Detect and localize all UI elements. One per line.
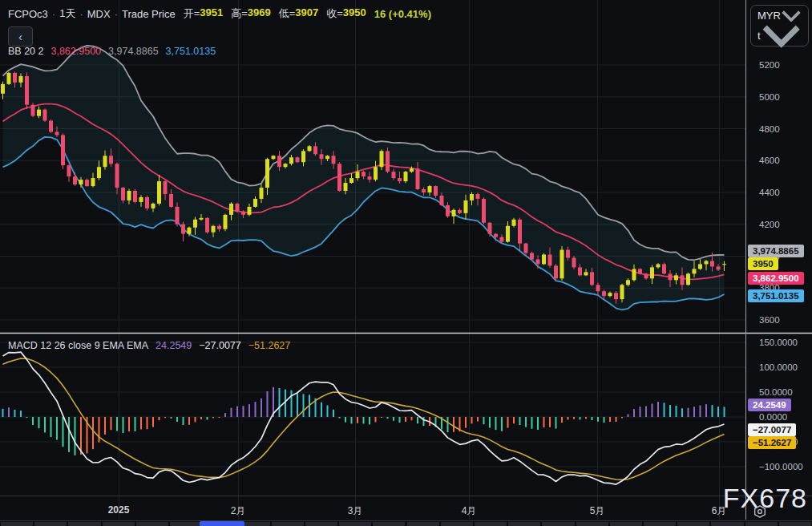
chevron-down-icon — [781, 10, 802, 22]
scrollbar-segment[interactable] — [441, 522, 473, 526]
indicator-value: −27.0077 — [199, 340, 240, 351]
indicator-value: 3,751.0135 — [166, 46, 216, 57]
change-value: 16 (+0.41%) — [374, 8, 431, 20]
back-button[interactable]: ‹ — [8, 26, 33, 47]
ohlc-low: 低=3907 — [279, 6, 319, 21]
macd-tick: 150.0000 — [759, 338, 798, 347]
symbol-name[interactable]: FCPOc3 — [8, 8, 48, 20]
bb-values: 3,862.95003,974.88653,751.0135 — [50, 46, 216, 57]
scrollbar-segment[interactable] — [779, 522, 811, 526]
exchange: MDX — [87, 8, 111, 20]
last-price-label: 3950 — [748, 257, 778, 270]
time-label: 4月 — [462, 504, 477, 518]
macd-tick: 0.0000 — [759, 412, 787, 422]
scrollbar-segment[interactable] — [136, 522, 168, 526]
scrollbar-segment[interactable] — [644, 522, 676, 526]
indicator-value: 24.2549 — [156, 340, 192, 351]
scrollbar-segment[interactable] — [711, 522, 743, 526]
currency-value: MYR — [757, 10, 781, 22]
series-type: Trade Price — [122, 8, 176, 20]
bb-label: BB 20 2 — [8, 46, 43, 57]
scrollbar-segment[interactable] — [170, 522, 202, 526]
chevron-down-icon — [761, 23, 802, 48]
macd-line-label: −27.0077 — [748, 423, 796, 436]
separator: · — [115, 8, 118, 20]
scrollbar-segment[interactable] — [68, 522, 100, 526]
interval[interactable]: 1天 — [59, 6, 75, 21]
macd-label: MACD 12 26 close 9 EMA EMA — [8, 340, 148, 351]
time-label: 3月 — [348, 504, 363, 518]
scrollbar-segment[interactable] — [475, 522, 507, 526]
trading-chart-app: FCPOc3 · 1天 · MDX · Trade Price 开=3951高=… — [0, 0, 812, 526]
macd-values: 24.2549−27.0077−51.2627 — [156, 340, 290, 351]
bb-lower-label: 3,751.0135 — [748, 289, 804, 302]
indicator-value: 3,862.9500 — [50, 46, 101, 57]
gear-icon[interactable] — [753, 504, 767, 519]
ohlc-close: 收=3950 — [326, 6, 366, 21]
chart-canvas[interactable] — [0, 0, 812, 526]
scrollbar-segment[interactable] — [34, 522, 67, 526]
chevron-left-icon: ‹ — [18, 30, 22, 42]
scrollbar-segment[interactable] — [542, 522, 574, 526]
price-tick: 5200 — [759, 60, 780, 70]
price-tick: 4200 — [759, 220, 780, 229]
macd-tick: 50.0000 — [759, 387, 793, 397]
scrollbar-segment[interactable] — [576, 522, 608, 526]
scrollbar-segment[interactable] — [339, 522, 371, 526]
bb-upper-label: 3,974.8865 — [748, 245, 804, 257]
ohlc-high: 高=3969 — [231, 6, 271, 21]
macd-plot — [2, 352, 725, 484]
scrollbar-segment[interactable] — [305, 522, 337, 526]
macd-signal-label: −51.2627 — [748, 436, 796, 449]
bb-basis-label: 3,862.9500 — [748, 272, 804, 285]
ohlc-values: 开=3951高=3969低=3907收=3950 — [176, 6, 366, 21]
scrollbar-segment[interactable] — [407, 522, 439, 526]
scrollbar-segment[interactable] — [610, 522, 642, 526]
scrollbar-segment[interactable] — [745, 522, 778, 526]
ohlc-open: 开=3951 — [184, 6, 224, 21]
scrollbar-segment[interactable] — [373, 522, 405, 526]
scrollbar-segment[interactable] — [677, 522, 709, 526]
time-label: 5月 — [590, 504, 605, 518]
separator: · — [79, 8, 83, 20]
price-tick: 5000 — [759, 92, 780, 102]
price-tick: 4800 — [759, 124, 780, 134]
indicator-value: −51.2627 — [248, 340, 290, 351]
indicator-value: 3,974.8865 — [108, 46, 159, 57]
time-label: 2月 — [231, 504, 246, 518]
separator: · — [52, 8, 55, 20]
scrollbar-thumb[interactable] — [200, 521, 244, 526]
time-label: 2025 — [108, 504, 130, 516]
scrollbar-segment[interactable] — [508, 522, 540, 526]
macd-tick: 100.0000 — [759, 362, 798, 372]
symbol-header: FCPOc3 · 1天 · MDX · Trade Price 开=3951高=… — [8, 6, 431, 21]
scrollbar-segment[interactable] — [103, 522, 135, 526]
scrollbar-segment[interactable] — [272, 522, 304, 526]
macd-indicator-row[interactable]: MACD 12 26 close 9 EMA EMA 24.2549−27.00… — [8, 340, 290, 351]
unit-select[interactable]: t — [751, 26, 808, 46]
unit-selector-box: MYR t — [750, 5, 809, 47]
macd-tick: −100.0000 — [759, 462, 803, 471]
macd-hist-label: 24.2549 — [748, 399, 791, 411]
price-tick: 4600 — [759, 156, 780, 165]
scrollbar-segment[interactable] — [1, 522, 33, 526]
horizontal-scrollbar[interactable] — [0, 520, 812, 526]
bb-indicator-row[interactable]: BB 20 2 3,862.95003,974.88653,751.0135 — [8, 46, 216, 57]
price-tick: 3600 — [759, 315, 780, 325]
price-tick: 4400 — [759, 188, 780, 197]
